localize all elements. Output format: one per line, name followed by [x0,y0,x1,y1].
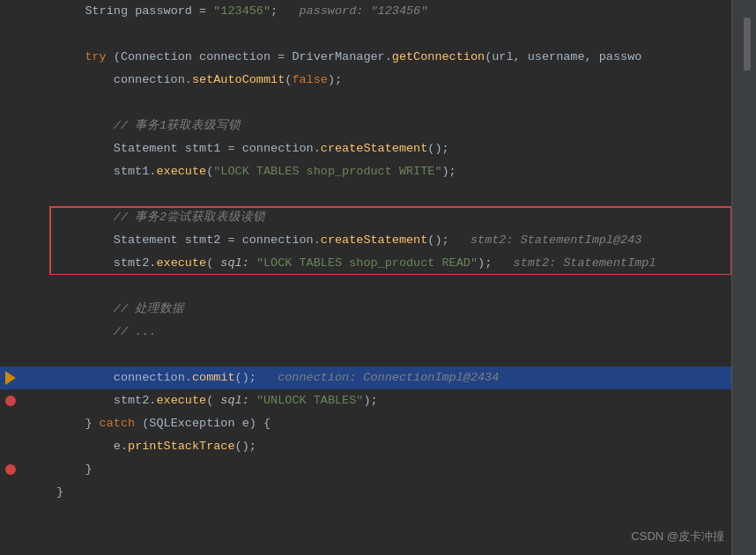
gutter [0,344,49,366]
gutter [0,366,49,389]
line-content: connection.commit(); connection: Connect… [49,366,756,389]
line-content: // 处理数据 [49,298,756,321]
gutter [0,92,49,115]
gutter [0,69,49,92]
code-line [0,344,756,366]
watermark: CSDN @皮卡冲撞 [631,529,724,544]
gutter [0,481,49,504]
code-line: } [0,458,756,481]
scroll-thumb[interactable] [744,18,751,70]
gutter [0,435,49,458]
code-editor: String password = "123456"; password: "1… [0,0,756,555]
line-content: connection.setAutoCommit(false); [49,69,756,92]
line-content: } catch (SQLException e) { [49,412,756,435]
code-line-highlighted: connection.commit(); connection: Connect… [0,366,756,389]
gutter-icon [0,464,18,475]
gutter [0,115,49,137]
code-line: stmt2.execute( sql: "UNLOCK TABLES"); [0,389,756,412]
gutter [0,0,49,23]
code-line: // ... [0,321,756,344]
gutter [0,275,49,298]
gutter [0,46,49,69]
line-content: Statement stmt2 = connection.createState… [49,229,756,252]
line-content: // ... [49,321,756,344]
code-line [0,183,756,206]
gutter [0,321,49,344]
code-line: } [0,481,756,504]
code-line: // 处理数据 [0,298,756,321]
gutter [0,458,49,481]
gutter-icon [0,396,18,406]
code-line: e.printStackTrace(); [0,435,756,458]
code-line: try (Connection connection = DriverManag… [0,46,756,69]
code-line [0,275,756,298]
line-content: stmt1.execute("LOCK TABLES shop_product … [49,160,756,183]
line-content: } [49,458,756,481]
gutter [0,206,49,229]
line-content: Statement stmt1 = connection.createState… [49,137,756,160]
line-content: // 事务2尝试获取表级读锁 [49,206,756,229]
gutter [0,389,49,412]
gutter [0,229,49,252]
line-content: } [49,481,756,504]
gutter [0,412,49,435]
gutter [0,137,49,160]
code-line: Statement stmt1 = connection.createState… [0,137,756,160]
code-line: // 事务1获取表级写锁 [0,115,756,137]
gutter [0,183,49,206]
code-line [0,23,756,46]
code-line [0,92,756,115]
gutter [0,252,49,275]
code-line: } catch (SQLException e) { [0,412,756,435]
code-line: connection.setAutoCommit(false); [0,69,756,92]
line-content: try (Connection connection = DriverManag… [49,46,756,69]
gutter [0,298,49,321]
gutter [0,23,49,46]
code-line: Statement stmt2 = connection.createState… [0,229,756,252]
line-content: stmt2.execute( sql: "LOCK TABLES shop_pr… [49,252,756,275]
code-line: // 事务2尝试获取表级读锁 [0,206,756,229]
line-content: // 事务1获取表级写锁 [49,115,756,137]
scrollbar[interactable] [731,0,756,555]
code-line: String password = "123456"; password: "1… [0,0,756,23]
line-content: String password = "123456"; password: "1… [49,0,756,23]
code-line: stmt1.execute("LOCK TABLES shop_product … [0,160,756,183]
line-content: e.printStackTrace(); [49,435,756,458]
breakpoint-arrow-icon [0,371,18,385]
line-content: stmt2.execute( sql: "UNLOCK TABLES"); [49,389,756,412]
code-line: stmt2.execute( sql: "LOCK TABLES shop_pr… [0,252,756,275]
gutter [0,160,49,183]
